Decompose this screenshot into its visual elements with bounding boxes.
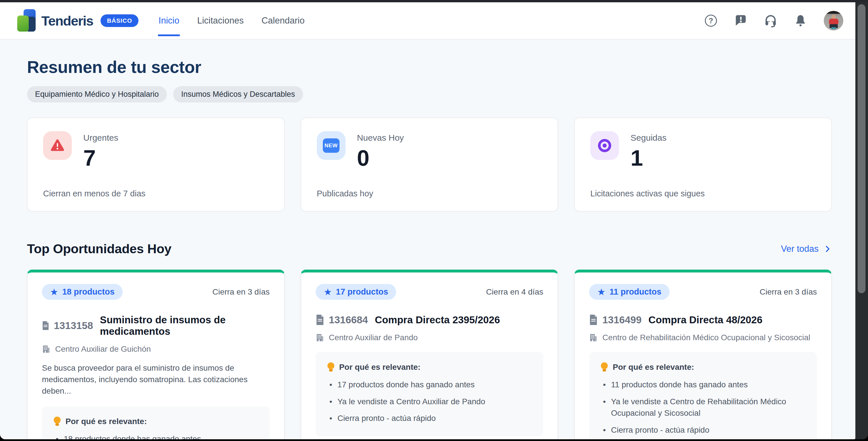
products-badge: ★ 17 productos xyxy=(316,284,396,300)
section-title: Top Oportunidades Hoy xyxy=(27,242,172,256)
scrollbar-thumb[interactable] xyxy=(857,4,866,293)
relevance-title: Por qué es relevante: xyxy=(65,417,147,426)
stat-label: Urgentes xyxy=(83,133,118,143)
alert-triangle-icon xyxy=(50,139,65,153)
nav-tab-inicio[interactable]: Inicio xyxy=(158,5,180,36)
feedback-icon xyxy=(734,14,747,27)
support-button[interactable] xyxy=(764,14,777,27)
relevance-list: 18 productos donde has ganado antes Ya l… xyxy=(54,433,258,439)
relevance-list: 17 productos donde has ganado antes Ya l… xyxy=(327,379,532,424)
star-icon: ★ xyxy=(597,287,606,296)
organization-name: Centro de Rehabilitación Médico Ocupacio… xyxy=(602,333,810,342)
opportunity-card[interactable]: ★ 18 productos Cierra en 3 días 1313158 … xyxy=(27,270,285,439)
tender-id: 1316684 xyxy=(329,314,368,325)
relevance-point: Ya le vendiste a Centro Auxiliar de Pand… xyxy=(327,396,532,408)
help-button[interactable]: ? xyxy=(704,14,717,27)
lightbulb-icon xyxy=(600,362,608,372)
opportunity-card[interactable]: ★ 11 productos Cierra en 3 días 1316499 … xyxy=(574,270,832,439)
stat-value: 7 xyxy=(83,147,118,169)
notifications-button[interactable] xyxy=(794,14,807,27)
page-scrollbar[interactable] xyxy=(855,2,868,439)
stat-label: Nuevas Hoy xyxy=(357,133,404,143)
sector-tags: Equipamiento Médico y Hospitalario Insum… xyxy=(27,86,832,102)
feedback-button[interactable] xyxy=(734,14,747,27)
user-avatar[interactable] xyxy=(824,11,843,30)
star-icon: ★ xyxy=(324,287,332,296)
eye-icon xyxy=(598,139,611,152)
main-content: Resumen de tu sector Equipamiento Médico… xyxy=(0,57,855,439)
headset-icon xyxy=(764,14,777,28)
opportunity-cards: ★ 18 productos Cierra en 3 días 1313158 … xyxy=(27,270,832,439)
lightbulb-icon xyxy=(54,417,61,427)
lightbulb-icon xyxy=(327,362,335,372)
document-icon xyxy=(589,315,598,325)
relevance-point: Cierra pronto - actúa rápido xyxy=(327,413,532,424)
tender-id: 1313158 xyxy=(54,320,93,331)
sector-tag: Equipamiento Médico y Hospitalario xyxy=(27,86,167,102)
products-badge: ★ 11 productos xyxy=(589,284,669,300)
nav-tab-calendario[interactable]: Calendario xyxy=(261,5,305,36)
organization-name: Centro Auxiliar de Pando xyxy=(329,333,418,342)
stat-caption: Publicadas hoy xyxy=(317,189,542,198)
new-badge-icon: NEW xyxy=(323,138,340,153)
relevance-title: Por qué es relevante: xyxy=(613,363,694,372)
closes-in-label: Cierra en 3 días xyxy=(212,287,270,296)
stat-value: 0 xyxy=(357,147,404,169)
opportunity-card[interactable]: ★ 17 productos Cierra en 4 días 1316684 … xyxy=(301,270,558,439)
tender-title: Compra Directa 48/2026 xyxy=(649,314,763,325)
view-all-label: Ver todas xyxy=(781,244,818,254)
stat-card-nuevas-hoy[interactable]: NEW Nuevas Hoy 0 Publicadas hoy xyxy=(301,118,558,212)
window-top-bar xyxy=(0,0,868,2)
nav-tab-licitaciones[interactable]: Licitaciones xyxy=(196,5,244,36)
building-icon xyxy=(589,333,598,342)
app-window: Tenderis BÁSICO Inicio Licitaciones Cale… xyxy=(0,2,855,439)
relevance-box: Por qué es relevante: 17 productos donde… xyxy=(316,352,544,436)
tender-title: Compra Directa 2395/2026 xyxy=(375,314,500,325)
stats-row: Urgentes 7 Cierran en menos de 7 dias NE… xyxy=(27,118,832,212)
relevance-point: Ya le vendiste a Centro de Rehabilitació… xyxy=(600,396,805,419)
stat-caption: Licitaciones activas que sigues xyxy=(590,189,816,198)
view-all-link[interactable]: Ver todas xyxy=(781,244,832,254)
relevance-point: Cierra pronto - actúa rápido xyxy=(600,424,805,436)
logo-link[interactable]: Tenderis xyxy=(17,9,93,32)
header-actions: ? xyxy=(704,11,843,30)
stat-card-seguidas[interactable]: Seguidas 1 Licitaciones activas que sigu… xyxy=(574,118,832,212)
app-header: Tenderis BÁSICO Inicio Licitaciones Cale… xyxy=(0,2,855,40)
plan-badge: BÁSICO xyxy=(100,14,138,27)
window-bottom-bar xyxy=(0,439,868,441)
document-icon xyxy=(42,320,50,331)
tender-id: 1316499 xyxy=(602,314,641,325)
document-icon xyxy=(316,315,324,325)
star-icon: ★ xyxy=(50,287,58,296)
organization-name: Centro Auxiliar de Guichón xyxy=(55,345,151,354)
bell-icon xyxy=(794,14,807,27)
building-icon xyxy=(42,345,51,353)
building-icon xyxy=(316,333,324,342)
stat-card-urgentes[interactable]: Urgentes 7 Cierran en menos de 7 dias xyxy=(27,118,285,212)
closes-in-label: Cierra en 4 días xyxy=(486,287,543,296)
relevance-list: 11 productos donde has ganado antes Ya l… xyxy=(600,379,805,436)
stat-caption: Cierran en menos de 7 dias xyxy=(43,189,269,198)
closes-in-label: Cierra en 3 días xyxy=(760,287,817,296)
products-badge: ★ 18 productos xyxy=(42,284,123,300)
chevron-right-icon xyxy=(823,245,832,253)
relevance-title: Por qué es relevante: xyxy=(339,363,421,372)
page-title: Resumen de tu sector xyxy=(27,57,832,77)
relevance-point: 17 productos donde has ganado antes xyxy=(327,379,532,391)
main-nav: Inicio Licitaciones Calendario xyxy=(158,2,305,39)
sector-tag: Insumos Médicos y Descartables xyxy=(173,86,303,102)
tenderis-logo-icon xyxy=(17,9,36,32)
logo-text: Tenderis xyxy=(41,13,93,29)
relevance-point: 11 productos donde has ganado antes xyxy=(600,379,805,391)
relevance-box: Por qué es relevante: 11 productos donde… xyxy=(589,352,817,439)
tender-description: Se busca proveedor para el suministro de… xyxy=(42,362,270,397)
tender-title: Suministro de insumos de medicamentos xyxy=(100,314,270,337)
stat-label: Seguidas xyxy=(630,133,666,143)
relevance-point: 18 productos donde has ganado antes xyxy=(54,433,258,439)
relevance-box: Por qué es relevante: 18 productos donde… xyxy=(42,406,270,439)
stat-value: 1 xyxy=(630,147,666,169)
help-icon: ? xyxy=(705,14,717,27)
